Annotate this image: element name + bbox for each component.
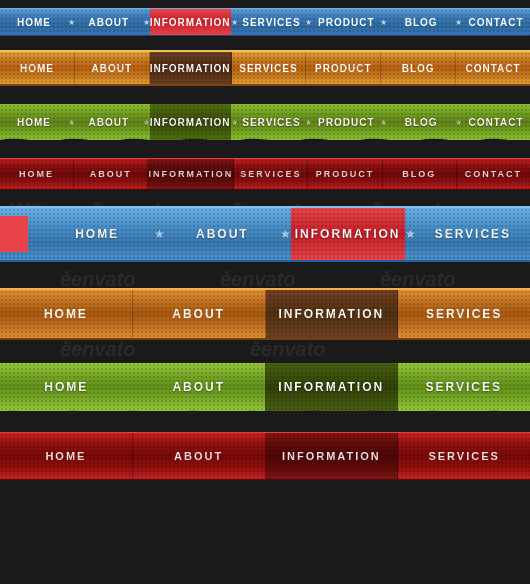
navbar-2: HOME ABOUT INFORMATION SERVICES PRODUCT … bbox=[0, 50, 530, 86]
navbar-3: HOME ★ ABOUT ★ INFORMATION ★ SERVICES ★ … bbox=[0, 104, 530, 140]
navbar-8: HOME ABOUT INFORMATION SERVICES bbox=[0, 432, 530, 480]
nav2-contact[interactable]: CONTACT bbox=[456, 52, 530, 84]
star-3: ★ bbox=[231, 18, 238, 27]
watermark-row3: ěenvato ěenvato bbox=[0, 340, 530, 350]
star-b3: ★ bbox=[405, 227, 416, 241]
nav4-information[interactable]: INFORMATION bbox=[148, 159, 234, 189]
nav2-product[interactable]: PRODUCT bbox=[306, 52, 381, 84]
nav2-about[interactable]: ABOUT bbox=[75, 52, 150, 84]
star-g4: ★ bbox=[305, 118, 312, 127]
nav1-about[interactable]: ABOUT bbox=[75, 17, 143, 28]
star-5: ★ bbox=[380, 18, 387, 27]
nav3-home[interactable]: HOME bbox=[0, 104, 68, 140]
nav8-information[interactable]: INFORMATION bbox=[266, 433, 399, 479]
ribbon-arrow bbox=[0, 216, 28, 252]
nav6-services[interactable]: SERVICES bbox=[398, 290, 530, 338]
nav1-product[interactable]: PRODUCT bbox=[312, 17, 380, 28]
nav3-services[interactable]: SERVICES bbox=[238, 104, 306, 140]
nav7-information[interactable]: INFORMATION bbox=[265, 363, 398, 411]
watermark-row2: ěenvato ěenvato ěenvato bbox=[0, 270, 530, 280]
nav8-services[interactable]: SERVICES bbox=[398, 433, 530, 479]
nav5-about[interactable]: ABOUT bbox=[165, 208, 279, 260]
gap7 bbox=[0, 418, 530, 424]
nav2-home[interactable]: HOME bbox=[0, 52, 75, 84]
navbar-3-wrapper: HOME ★ ABOUT ★ INFORMATION ★ SERVICES ★ … bbox=[0, 100, 530, 144]
nav7-about[interactable]: ABOUT bbox=[133, 363, 266, 411]
nav7-wave-bot-svg bbox=[0, 408, 530, 418]
gap5 bbox=[0, 262, 530, 270]
nav1-services[interactable]: SERVICES bbox=[238, 17, 306, 28]
star-g6: ★ bbox=[455, 118, 462, 127]
nav1-blog[interactable]: BLOG bbox=[387, 17, 455, 28]
nav8-about[interactable]: ABOUT bbox=[133, 433, 266, 479]
star-g5: ★ bbox=[380, 118, 387, 127]
nav7-home[interactable]: HOME bbox=[0, 363, 133, 411]
nav4-product[interactable]: PRODUCT bbox=[308, 159, 382, 189]
nav6-home[interactable]: HOME bbox=[0, 290, 133, 338]
nav5-services[interactable]: SERVICES bbox=[416, 208, 530, 260]
star-b1: ★ bbox=[154, 227, 165, 241]
nav3-contact[interactable]: CONTACT bbox=[462, 104, 530, 140]
nav3-blog[interactable]: BLOG bbox=[387, 104, 455, 140]
nav1-information[interactable]: INFORMATION bbox=[150, 9, 231, 35]
nav6-information[interactable]: INFORMATION bbox=[266, 290, 399, 338]
nav4-about[interactable]: ABOUT bbox=[74, 159, 148, 189]
nav8-home[interactable]: HOME bbox=[0, 433, 133, 479]
navbar-7: HOME ABOUT INFORMATION SERVICES bbox=[0, 363, 530, 411]
nav4-home[interactable]: HOME bbox=[0, 159, 74, 189]
navbar-1: HOME ★ ABOUT ★ INFORMATION ★ SERVICES ★ … bbox=[0, 8, 530, 36]
star-1: ★ bbox=[68, 18, 75, 27]
nav3-information[interactable]: INFORMATION bbox=[150, 104, 231, 140]
navbar-6: HOME ABOUT INFORMATION SERVICES bbox=[0, 288, 530, 340]
star-b2: ★ bbox=[280, 227, 291, 241]
star-g3: ★ bbox=[231, 118, 238, 127]
star-g2: ★ bbox=[143, 118, 150, 127]
nav1-home[interactable]: HOME bbox=[0, 17, 68, 28]
nav2-blog[interactable]: BLOG bbox=[381, 52, 456, 84]
nav7-services[interactable]: SERVICES bbox=[398, 363, 531, 411]
nav2-services[interactable]: SERVICES bbox=[232, 52, 307, 84]
nav3-about[interactable]: ABOUT bbox=[75, 104, 143, 140]
star-2: ★ bbox=[143, 18, 150, 27]
navbar-5: HOME ★ ABOUT ★ INFORMATION ★ SERVICES bbox=[0, 206, 530, 262]
nav4-services[interactable]: SERVICES bbox=[234, 159, 308, 189]
nav2-information[interactable]: INFORMATION bbox=[150, 52, 232, 84]
nav3-product[interactable]: PRODUCT bbox=[312, 104, 380, 140]
star-6: ★ bbox=[455, 18, 462, 27]
nav3-wave-svg bbox=[0, 136, 530, 144]
navbar-4: HOME ABOUT INFORMATION SERVICES PRODUCT … bbox=[0, 158, 530, 190]
star-g1: ★ bbox=[68, 118, 75, 127]
navbar-7-wrapper: HOME ABOUT INFORMATION SERVICES bbox=[0, 358, 530, 418]
nav6-about[interactable]: ABOUT bbox=[133, 290, 266, 338]
nav5-information[interactable]: INFORMATION bbox=[291, 208, 405, 260]
nav1-contact[interactable]: CONTACT bbox=[462, 17, 530, 28]
nav4-contact[interactable]: CONTACT bbox=[457, 159, 530, 189]
star-4: ★ bbox=[305, 18, 312, 27]
nav4-blog[interactable]: BLOG bbox=[383, 159, 457, 189]
